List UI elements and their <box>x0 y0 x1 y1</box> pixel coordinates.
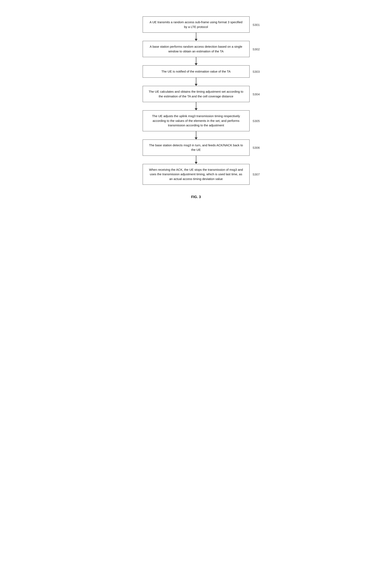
step-box-s307: When receiving the ACK, the UE stops the… <box>143 164 249 185</box>
arrow-head-5 <box>195 162 197 164</box>
step-box-s304: The UE calculates and obtains the timing… <box>143 86 249 102</box>
box-wrapper-s304: The UE calculates and obtains the timing… <box>128 86 264 102</box>
step-box-s302: A base station performs random access de… <box>143 41 249 57</box>
step-box-s301: A UE transmits a random access sub-frame… <box>143 16 249 33</box>
step-box-s306: The base station detects msg3 in turn, a… <box>143 140 249 156</box>
arrow-line-5 <box>196 156 196 162</box>
box-wrapper-s307: When receiving the ACK, the UE stops the… <box>128 164 264 185</box>
step-label-s305: S305 <box>252 119 260 123</box>
arrow-line-0 <box>196 33 196 39</box>
diagram-container: A UE transmits a random access sub-frame… <box>124 8 268 211</box>
arrow-3 <box>195 102 197 110</box>
step-label-s302: S302 <box>252 47 260 51</box>
step-label-s307: S307 <box>252 173 260 176</box>
step-row-s305: The UE adjusts the uplink msg3 transmiss… <box>128 110 264 131</box>
arrow-2 <box>195 78 197 86</box>
step-row-s302: A base station performs random access de… <box>128 41 264 57</box>
step-row-s306: The base station detects msg3 in turn, a… <box>128 140 264 156</box>
step-label-s301: S301 <box>252 23 260 26</box>
step-label-s304: S304 <box>252 92 260 96</box>
arrow-line-3 <box>196 102 196 108</box>
step-row-s303: The UE is notified of the estimation val… <box>128 65 264 78</box>
box-wrapper-s305: The UE adjusts the uplink msg3 transmiss… <box>128 110 264 131</box>
box-wrapper-s306: The base station detects msg3 in turn, a… <box>128 140 264 156</box>
arrow-line-1 <box>196 57 196 63</box>
arrow-head-3 <box>195 108 197 110</box>
arrow-head-2 <box>195 84 197 86</box>
arrow-5 <box>195 156 197 164</box>
arrow-line-4 <box>196 131 196 137</box>
box-wrapper-s301: A UE transmits a random access sub-frame… <box>128 16 264 33</box>
arrow-head-4 <box>195 137 197 140</box>
arrow-4 <box>195 131 197 140</box>
figure-caption: FIG. 3 <box>191 195 201 199</box>
box-wrapper-s303: The UE is notified of the estimation val… <box>128 65 264 78</box>
step-row-s304: The UE calculates and obtains the timing… <box>128 86 264 102</box>
arrow-line-2 <box>196 78 196 84</box>
step-box-s303: The UE is notified of the estimation val… <box>143 65 249 78</box>
arrow-1 <box>195 57 197 65</box>
step-label-s303: S303 <box>252 70 260 73</box>
step-row-s301: A UE transmits a random access sub-frame… <box>128 16 264 33</box>
arrow-0 <box>195 33 197 41</box>
step-label-s306: S306 <box>252 146 260 149</box>
step-row-s307: When receiving the ACK, the UE stops the… <box>128 164 264 185</box>
step-box-s305: The UE adjusts the uplink msg3 transmiss… <box>143 110 249 131</box>
arrow-head-0 <box>195 39 197 41</box>
arrow-head-1 <box>195 63 197 65</box>
box-wrapper-s302: A base station performs random access de… <box>128 41 264 57</box>
